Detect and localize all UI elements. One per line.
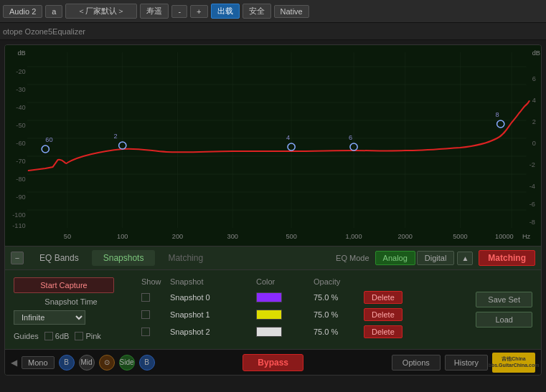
options-btn[interactable]: Options [392, 355, 441, 371]
side-label: Side [120, 358, 134, 366]
svg-text:6: 6 [349, 134, 352, 141]
guide-pink-label: Pink [75, 332, 100, 340]
snapshot-time-select: Infinite [14, 310, 128, 325]
minus-btn[interactable]: - [171, 5, 187, 18]
svg-text:1,000: 1,000 [346, 233, 362, 240]
mid-btn[interactable]: Mid [79, 355, 95, 371]
svg-text:-2: -2 [529, 161, 535, 168]
plus-btn[interactable]: + [190, 5, 207, 18]
snapshot0-swatch[interactable] [256, 292, 282, 302]
b-label-2: B [144, 358, 149, 366]
save-btn[interactable]: 出载 [211, 4, 240, 19]
svg-text:0: 0 [532, 140, 536, 147]
guide-pink-text: Pink [85, 332, 100, 340]
snapshot-time-label: Snapshot Time [14, 297, 128, 306]
col-color: Color [256, 277, 314, 286]
svg-text:-100: -100 [12, 211, 25, 219]
save-set-btn[interactable]: Save Set [476, 292, 532, 307]
b-btn-1[interactable]: B [59, 355, 75, 371]
tab-matching[interactable]: Matching [156, 250, 215, 266]
mono-btn[interactable]: Mono [22, 356, 55, 369]
svg-text:-70: -70 [16, 158, 25, 165]
guide-6db-label: 6dB [44, 332, 70, 340]
eq-mode-label: EQ Mode [336, 254, 369, 262]
col-snapshot: Snapshot [170, 277, 256, 286]
svg-text:-6: -6 [529, 201, 535, 208]
col-opacity: Opacity [314, 277, 364, 286]
snapshot1-name: Snapshot 1 [170, 310, 256, 319]
snapshot2-color[interactable] [256, 327, 314, 337]
svg-text:500: 500 [286, 233, 296, 240]
arrow-up-btn[interactable]: ▲ [457, 252, 473, 265]
snapshot2-swatch[interactable] [256, 327, 282, 337]
tab-eq-bands[interactable]: EQ Bands [28, 250, 90, 266]
snapshot0-color[interactable] [256, 292, 314, 302]
snapshot2-checkbox[interactable] [141, 328, 170, 336]
snapshots-panel: Start Capture Snapshot Time Infinite Gui… [5, 270, 541, 349]
top-toolbar: Audio 2 a ＜厂家默认＞ 寿遥 - + 出载 安全 Native [0, 0, 546, 23]
arrow-left-icon[interactable]: ◀ [11, 358, 17, 368]
table-row: Snapshot 1 75.0 % Delete [140, 306, 464, 323]
snapshot2-delete-cell: Delete [364, 325, 414, 338]
snapshot0-name: Snapshot 0 [170, 293, 256, 302]
svg-text:2: 2 [113, 133, 117, 140]
swirl-btn[interactable]: ⊙ [99, 355, 115, 371]
svg-text:Hz: Hz [522, 233, 531, 240]
snapshot-time-dropdown[interactable]: Infinite [14, 310, 85, 325]
svg-text:300: 300 [227, 233, 238, 240]
safe-btn[interactable]: 安全 [243, 4, 271, 19]
snapshot1-opacity: 75.0 % [314, 310, 364, 319]
snapshot1-checkbox[interactable] [141, 310, 170, 319]
snapshot1-color[interactable] [256, 310, 314, 320]
second-toolbar: otope Ozone5Equalizer [0, 23, 546, 40]
tab-snapshots[interactable]: Snapshots [92, 250, 156, 266]
side-btn[interactable]: Side [119, 355, 135, 371]
svg-point-49 [42, 145, 49, 153]
svg-text:5000: 5000 [453, 233, 467, 240]
load-btn[interactable]: Load [476, 312, 532, 328]
svg-text:dB: dB [532, 49, 540, 57]
snapshot0-opacity: 75.0 % [314, 293, 364, 302]
minimize-icon: − [15, 254, 19, 262]
start-capture-btn[interactable]: Start Capture [14, 277, 114, 293]
snapshot2-name: Snapshot 2 [170, 328, 256, 336]
history-btn[interactable]: History [445, 355, 488, 371]
logo-area: 吉他Chinabbs.GuitarChina.com [492, 353, 535, 373]
svg-text:-90: -90 [16, 193, 25, 201]
main-container: dB -20 -30 -40 -50 -60 -70 -80 -90 -100 … [4, 44, 542, 376]
snapshot1-swatch[interactable] [256, 310, 282, 320]
b-btn-2[interactable]: B [139, 355, 155, 371]
svg-text:6: 6 [532, 75, 536, 82]
col-delete [364, 277, 414, 286]
copy-btn[interactable]: 寿遥 [140, 4, 169, 19]
svg-text:-60: -60 [16, 140, 25, 147]
svg-text:200: 200 [172, 233, 183, 240]
snapshot2-delete-btn[interactable]: Delete [364, 325, 403, 338]
snapshot-table-header: Show Snapshot Color Opacity [140, 277, 464, 286]
bypass-btn[interactable]: Bypass [243, 354, 303, 371]
svg-text:4: 4 [532, 97, 536, 104]
mid-label: Mid [80, 358, 92, 366]
svg-text:2: 2 [532, 118, 536, 125]
audio2-btn[interactable]: Audio 2 [3, 5, 42, 18]
guide-pink-checkbox[interactable] [75, 332, 83, 340]
matching-btn[interactable]: Matching [479, 250, 535, 266]
preset-btn[interactable]: ＜厂家默认＞ [65, 4, 137, 19]
svg-text:-80: -80 [16, 176, 25, 183]
snapshot1-delete-btn[interactable]: Delete [364, 308, 403, 321]
native-btn[interactable]: Native [274, 5, 309, 18]
svg-text:100: 100 [117, 233, 128, 240]
svg-text:60: 60 [45, 136, 52, 143]
guides-row: Guides 6dB Pink [14, 332, 128, 340]
svg-text:dB: dB [17, 49, 25, 57]
svg-point-57 [497, 120, 504, 128]
snapshot0-delete-btn[interactable]: Delete [364, 291, 403, 304]
analog-btn[interactable]: Analog [375, 251, 415, 265]
digital-btn[interactable]: Digital [417, 251, 455, 265]
minimize-btn[interactable]: − [11, 252, 24, 264]
a-btn[interactable]: a [45, 5, 62, 18]
snapshot0-checkbox[interactable] [141, 293, 170, 302]
guide-6db-checkbox[interactable] [44, 332, 53, 340]
svg-text:-40: -40 [16, 104, 25, 111]
snapshot-controls-left: Start Capture Snapshot Time Infinite Gui… [14, 277, 128, 342]
